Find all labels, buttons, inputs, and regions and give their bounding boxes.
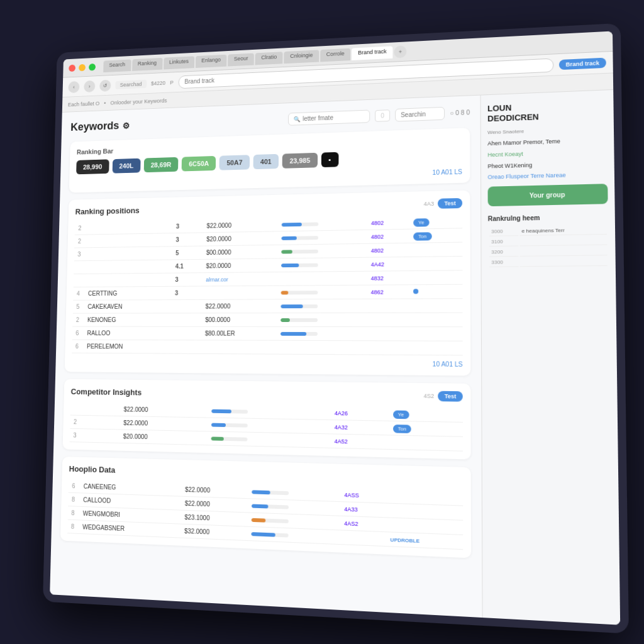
pill-28990[interactable]: 28,990 <box>76 159 109 174</box>
competitor-table: $22.0000 4A26 Ye 2 $22.0000 <box>70 402 463 451</box>
progress-cell <box>248 526 340 544</box>
value-cell: $80.00LER <box>201 326 277 340</box>
competitor-test-btn[interactable]: Test <box>438 391 463 402</box>
tab-corrole[interactable]: Corrole <box>320 48 350 62</box>
progress-cell <box>278 216 367 231</box>
minimize-icon[interactable] <box>79 64 86 71</box>
tag-btn-ye[interactable]: Ye <box>413 218 430 227</box>
pos-cell: 3 <box>171 286 202 300</box>
search-input[interactable] <box>303 113 364 122</box>
sidebar-item-3[interactable]: Pheot W1Kening <box>487 160 608 170</box>
cta-button[interactable]: Your group <box>488 184 608 206</box>
value-cell: $20.0000 <box>203 231 277 246</box>
s-num: 3000 <box>489 227 518 236</box>
score-cell: 4A33 <box>340 502 386 518</box>
close-icon[interactable] <box>69 64 75 72</box>
active-tab-pill[interactable]: Brand track <box>559 57 606 70</box>
tag-cell <box>409 284 463 299</box>
tag-cell: Ye <box>409 214 462 229</box>
ranking-positions-controls: 4A3 Test <box>424 198 462 209</box>
pill-6c50a[interactable]: 6C50A <box>182 156 216 172</box>
competitor-title: Competitor Insights <box>71 387 142 397</box>
progress-cell <box>277 230 367 245</box>
settings-icon[interactable]: ⚙ <box>123 121 130 130</box>
keyword-cell <box>86 247 172 261</box>
tab-brand-track[interactable]: Brand track <box>352 46 392 60</box>
score-cell <box>367 299 409 313</box>
keyword-cell: CAKEKAVEN <box>84 300 171 314</box>
sidebar-meta-label: Weno Snaotere <box>487 126 607 136</box>
refresh-button[interactable]: ↺ <box>99 79 111 91</box>
sidebar-ranking-title: Rankrulng heem <box>488 213 608 223</box>
tag-ton[interactable]: Ton <box>393 425 412 433</box>
pos-cell <box>170 313 201 326</box>
keyword-cell <box>81 415 101 429</box>
keyword-cell <box>81 429 101 443</box>
ranking-view-all[interactable]: 10 A01 LS <box>72 358 463 368</box>
pill-240l[interactable]: 240L <box>112 158 140 174</box>
sidebar-item-4[interactable]: Oreao Fluspeor Terre Nareae <box>487 171 608 182</box>
progress-cell <box>277 299 367 313</box>
search-input-2[interactable] <box>401 110 439 118</box>
new-tab-button[interactable]: + <box>394 45 407 58</box>
pill-dark-square[interactable]: ▪ <box>321 152 339 167</box>
back-button[interactable]: ‹ <box>68 80 79 92</box>
tab-cnloingie[interactable]: Cnloingie <box>284 50 319 64</box>
pill-401[interactable]: 401 <box>253 154 279 169</box>
pill-23985[interactable]: 23,985 <box>282 153 318 169</box>
row-num: 2 <box>72 313 84 326</box>
pill-50a7[interactable]: 50A7 <box>219 155 250 170</box>
page-title-text: Keywords <box>70 119 119 133</box>
pill-2869r[interactable]: 28,69R <box>143 157 178 172</box>
sidebar-table-row: 3100 <box>489 236 607 247</box>
maximize-icon[interactable] <box>89 64 96 71</box>
sidebar-item-1[interactable]: Ahen Mamor Premor, Teme <box>487 136 607 148</box>
ranking-positions-test-btn[interactable]: Test <box>438 198 462 209</box>
ranking-positions-table: 2 3 $22.0000 4802 Ye 2 <box>72 214 462 355</box>
forward-button[interactable]: › <box>84 80 95 92</box>
progress-cell <box>208 431 331 448</box>
row-num: 3 <box>70 428 82 442</box>
tab-seour[interactable]: Seour <box>228 53 254 66</box>
row-num <box>74 261 85 274</box>
tab-search[interactable]: Search <box>103 59 131 72</box>
sidebar-table-row: 3000 e heaquinens Terr <box>489 225 607 236</box>
score-cell: 4A26 <box>331 406 389 421</box>
value-cell: $22.0000 <box>203 218 278 233</box>
search-box-2 <box>395 107 445 122</box>
progress-cell <box>277 257 367 272</box>
tag-ye[interactable]: Ye <box>393 410 409 419</box>
score-cell: 4AS2 <box>340 516 386 531</box>
row-num: 6 <box>69 479 80 493</box>
radio-button[interactable]: ○ 0 8 0 <box>450 109 470 116</box>
keyword-cell: RALLOO <box>84 326 171 340</box>
keyword-cell <box>86 233 172 248</box>
s-text <box>519 247 607 257</box>
progress-cell <box>277 243 367 258</box>
dot-blue <box>413 289 418 294</box>
pos-cell <box>100 429 119 443</box>
keyword-cell: CERTTING <box>84 286 171 300</box>
row-num: 6 <box>72 340 84 353</box>
tab-ranking[interactable]: Ranking <box>132 57 163 70</box>
row-num <box>70 402 82 415</box>
score-cell: 4A52 <box>331 434 389 450</box>
value-cell <box>201 340 277 354</box>
sidebar-main-title: LOUNDEODICREN <box>487 99 607 124</box>
nav-amount: $4220 <box>151 80 165 86</box>
header-controls: 🔍 0 ○ 0 8 0 <box>288 106 470 126</box>
page-title: Keywords ⚙ <box>70 119 130 133</box>
updroble-tag[interactable]: UPDROBLE <box>391 537 420 544</box>
keyword-cell <box>85 260 172 274</box>
screen: Search Ranking Linkutes Enlango Seour Cl… <box>50 31 620 625</box>
score-cell <box>340 530 386 547</box>
sidebar-meta-text: Weno Snaotere <box>487 126 607 136</box>
score-cell <box>367 313 409 326</box>
tab-clratio[interactable]: Clratio <box>255 52 283 65</box>
ranking-positions-header: Ranking positions 4A3 Test <box>75 198 463 216</box>
tag-btn-ton[interactable]: Ton <box>413 232 432 241</box>
sidebar-item-2[interactable]: Hecnt Koeayt <box>487 148 607 159</box>
tab-enlango[interactable]: Enlango <box>196 54 227 67</box>
tab-linkutes[interactable]: Linkutes <box>164 56 195 69</box>
competitor-score: 4S2 <box>424 392 435 399</box>
